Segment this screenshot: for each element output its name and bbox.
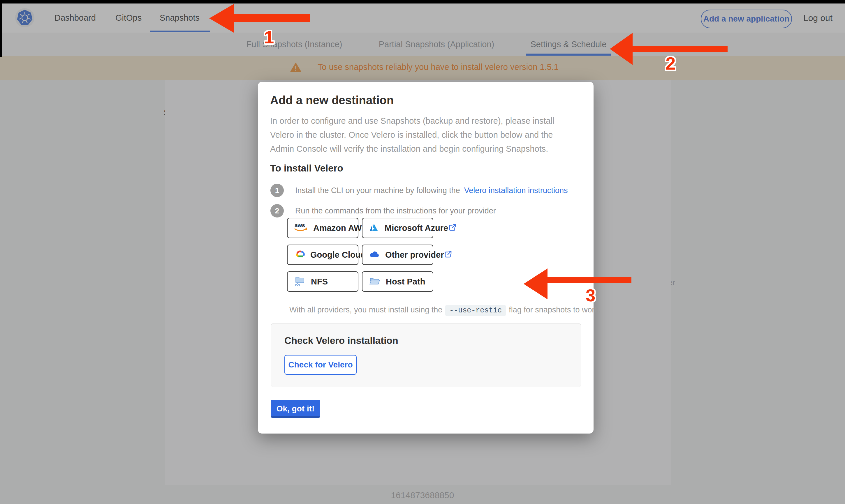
step-2-badge: 2 <box>270 204 284 217</box>
annotation-number-3: 3 <box>586 285 595 305</box>
step-1-label: Install the CLI on your machine by follo… <box>295 186 460 195</box>
google-cloud-icon <box>294 250 305 260</box>
provider-amazon-aws-button[interactable]: aws Amazon AWS <box>287 218 358 238</box>
provider-label: Microsoft Azure <box>385 223 448 233</box>
provider-label: Amazon AWS <box>313 223 367 233</box>
add-destination-modal: Add a new destination In order to config… <box>258 82 594 434</box>
svg-text:aws: aws <box>295 222 305 228</box>
arrow-2-tail <box>631 46 727 52</box>
check-velero-box: Check Velero installation Check for Vele… <box>271 323 581 387</box>
restic-note-suffix: flag for snapshots to work. <box>509 305 600 314</box>
screen-left-strip <box>0 0 2 57</box>
provider-label: Google Cloud <box>310 250 366 260</box>
annotation-number-1: 1 <box>264 27 274 48</box>
provider-nfs-button[interactable]: NFS <box>287 271 358 292</box>
modal-description-line1: In order to configure and use Snapshots … <box>270 116 554 126</box>
velero-instructions-link[interactable]: Velero installation instructions <box>464 186 568 195</box>
step-1-badge: 1 <box>270 184 284 197</box>
external-link-icon <box>448 223 457 233</box>
provider-other-button[interactable]: Other provider <box>362 245 433 265</box>
provider-grid: aws Amazon AWS <box>287 218 433 292</box>
admin-console-screen: Dashboard GitOps Snapshots Add a new app… <box>0 0 845 504</box>
restic-note: With all providers, you must install usi… <box>289 305 600 316</box>
step-1-text: Install the CLI on your machine by follo… <box>295 186 568 195</box>
external-link-icon <box>444 250 453 260</box>
provider-microsoft-azure-button[interactable]: Microsoft Azure <box>362 218 433 238</box>
provider-label: Other provider <box>385 250 444 260</box>
folder-icon <box>369 276 381 287</box>
modal-title: Add a new destination <box>270 94 394 107</box>
cloud-icon <box>369 250 380 260</box>
annotation-number-2: 2 <box>666 53 675 74</box>
arrow-2-head-icon <box>610 33 633 65</box>
provider-label: Host Path <box>386 277 425 287</box>
screen-top-strip <box>0 0 845 3</box>
modal-description-line2: Velero in the cluster. Once Velero is in… <box>270 130 553 140</box>
arrow-3-tail <box>546 277 631 283</box>
step-2-text: Run the commands from the instructions f… <box>295 206 496 215</box>
azure-icon <box>369 223 380 233</box>
aws-icon: aws <box>294 222 308 234</box>
check-for-velero-button[interactable]: Check for Velero <box>284 355 357 375</box>
ok-got-it-button[interactable]: Ok, got it! <box>271 400 320 418</box>
provider-google-cloud-button[interactable]: Google Cloud <box>287 245 358 265</box>
arrow-1-head-icon <box>209 4 234 33</box>
arrow-3-head-icon <box>524 268 547 299</box>
restic-note-prefix: With all providers, you must install usi… <box>289 305 442 314</box>
arrow-1-tail <box>232 14 310 22</box>
modal-description-line3: Admin Console will verify the installati… <box>270 144 548 154</box>
install-velero-heading: To install Velero <box>270 163 343 174</box>
nfs-folder-icon <box>294 275 306 288</box>
check-velero-heading: Check Velero installation <box>284 335 398 346</box>
restic-flag-code: --use-restic <box>445 305 506 316</box>
provider-host-path-button[interactable]: Host Path <box>362 271 433 292</box>
provider-label: NFS <box>311 277 328 287</box>
